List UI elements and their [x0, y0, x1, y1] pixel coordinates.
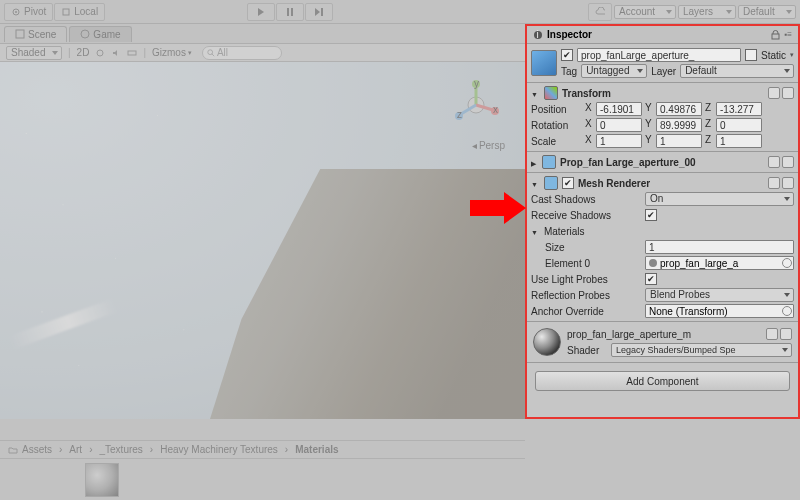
pos-x[interactable] [596, 102, 642, 116]
materials-label: Materials [544, 226, 585, 237]
project-panel: Assets Art _Textures Heavy Machinery Tex… [0, 440, 525, 500]
pause-icon [286, 8, 294, 16]
object-header: Static ▾ Tag Untagged Layer Default [527, 44, 798, 83]
pause-button[interactable] [276, 3, 304, 21]
object-name-input[interactable] [577, 48, 741, 62]
draw-mode-dropdown[interactable]: Shaded [6, 46, 62, 60]
rot-z[interactable] [716, 118, 762, 132]
help-icon[interactable] [768, 177, 780, 189]
pivot-button[interactable]: Pivot [4, 3, 53, 21]
local-button[interactable]: Local [54, 3, 105, 21]
rot-x[interactable] [596, 118, 642, 132]
crumb[interactable]: Materials [295, 444, 338, 455]
inspector-panel: i Inspector ▪≡ Static ▾ [525, 24, 800, 419]
gameobject-icon[interactable] [531, 50, 557, 76]
crumb[interactable]: Assets [22, 444, 52, 455]
layout-dropdown[interactable]: Default [738, 5, 796, 19]
scl-x[interactable] [596, 134, 642, 148]
axis-gizmo[interactable]: y x z [451, 80, 501, 130]
active-checkbox[interactable] [561, 49, 573, 61]
help-icon[interactable] [766, 328, 778, 340]
tag-dropdown[interactable]: Untagged [581, 64, 647, 78]
meshrenderer-enabled[interactable] [562, 177, 574, 189]
anchor-field[interactable]: None (Transform) [645, 304, 794, 318]
svg-text:x: x [493, 104, 498, 115]
meshfilter-foldout[interactable] [531, 157, 538, 168]
play-button[interactable] [247, 3, 275, 21]
gizmos-dropdown[interactable]: Gizmos ▾ [152, 47, 192, 58]
object-picker-icon[interactable] [782, 258, 792, 268]
material-preview-icon[interactable] [533, 328, 561, 356]
lightprobes-label: Use Light Probes [531, 274, 641, 285]
main-toolbar: Pivot Local Account Layers Default [0, 0, 800, 24]
static-checkbox[interactable] [745, 49, 757, 61]
pivot-label: Pivot [24, 6, 46, 17]
inspector-tab[interactable]: i Inspector ▪≡ [527, 26, 798, 44]
crumb[interactable]: Heavy Machinery Textures [160, 444, 278, 455]
search-icon [207, 49, 215, 57]
help-icon[interactable] [768, 87, 780, 99]
mat-el0-label: Element 0 [545, 258, 641, 269]
mat-size-input[interactable] [645, 240, 794, 254]
position-label: Position [531, 104, 581, 115]
add-component-button[interactable]: Add Component [535, 371, 790, 391]
material-chip-icon [649, 259, 657, 267]
cast-shadows-dropdown[interactable]: On [645, 192, 794, 206]
svg-marker-3 [258, 8, 264, 16]
crumb[interactable]: _Textures [99, 444, 142, 455]
materials-foldout[interactable] [531, 226, 540, 237]
cloud-button[interactable] [588, 3, 612, 21]
svg-rect-5 [291, 8, 293, 16]
account-dropdown[interactable]: Account [614, 5, 676, 19]
meshrenderer-foldout[interactable] [531, 178, 540, 189]
scl-z[interactable] [716, 134, 762, 148]
receive-shadows-checkbox[interactable] [645, 209, 657, 221]
object-picker-icon[interactable] [782, 306, 792, 316]
step-button[interactable] [305, 3, 333, 21]
play-icon [257, 8, 265, 16]
lightprobes-checkbox[interactable] [645, 273, 657, 285]
fx-icon[interactable] [127, 48, 137, 58]
material-name: prop_fan_large_aperture_m [567, 329, 691, 340]
gear-icon[interactable] [780, 328, 792, 340]
2d-toggle[interactable]: 2D [77, 47, 90, 58]
audio-icon[interactable] [111, 48, 121, 58]
light-icon[interactable] [95, 48, 105, 58]
menu-icon[interactable]: ▪≡ [784, 30, 792, 40]
playback-controls [247, 3, 333, 21]
lock-icon[interactable] [771, 30, 780, 40]
static-dropdown-icon[interactable]: ▾ [790, 51, 794, 59]
gear-icon[interactable] [782, 177, 794, 189]
asset-thumbnail[interactable] [85, 463, 119, 497]
gear-icon[interactable] [782, 87, 794, 99]
material-header: prop_fan_large_aperture_m ShaderLegacy S… [527, 322, 798, 363]
scl-y[interactable] [656, 134, 702, 148]
rot-y[interactable] [656, 118, 702, 132]
svg-text:z: z [457, 109, 462, 120]
crumb[interactable]: Art [69, 444, 82, 455]
svg-rect-7 [321, 8, 323, 16]
game-icon [80, 29, 90, 39]
anchor-label: Anchor Override [531, 306, 641, 317]
tab-game[interactable]: Game [69, 26, 131, 42]
pos-z[interactable] [716, 102, 762, 116]
scene-search[interactable]: All [202, 46, 282, 60]
tag-value: Untagged [586, 65, 629, 76]
info-icon: i [533, 30, 543, 40]
inspector-tab-label: Inspector [547, 29, 592, 40]
scene-viewport[interactable]: y x z Persp [0, 62, 525, 419]
local-label: Local [74, 6, 98, 17]
mat-el0-field[interactable]: prop_fan_large_a [645, 256, 794, 270]
help-icon[interactable] [768, 156, 780, 168]
reflprobes-dropdown[interactable]: Blend Probes [645, 288, 794, 302]
shader-dropdown[interactable]: Legacy Shaders/Bumped Spe [611, 343, 792, 357]
layer-dropdown[interactable]: Default [680, 64, 794, 78]
pos-y[interactable] [656, 102, 702, 116]
persp-label[interactable]: Persp [472, 140, 505, 151]
gear-icon[interactable] [782, 156, 794, 168]
layers-dropdown[interactable]: Layers [678, 5, 736, 19]
layer-label: Layer [651, 66, 676, 77]
tab-scene[interactable]: Scene [4, 26, 67, 42]
transform-foldout[interactable] [531, 88, 540, 99]
shader-label: Shader [567, 345, 607, 356]
